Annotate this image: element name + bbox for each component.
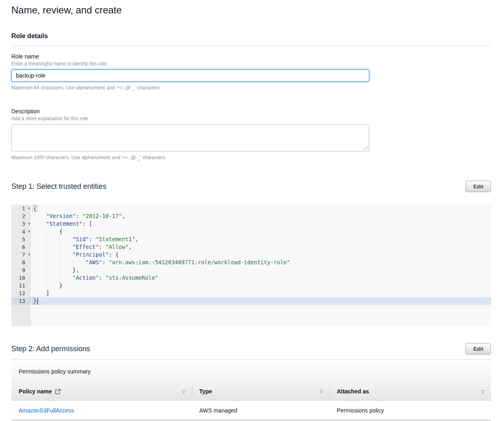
- role-details-divider: [11, 46, 491, 46]
- code-line-text: "AWS": "arn:aws:iam::541263489771:role/w…: [31, 259, 491, 266]
- description-textarea[interactable]: [11, 124, 369, 151]
- editor-line-9[interactable]: 9 },: [11, 266, 491, 274]
- description-label: Description: [11, 108, 491, 114]
- policy-name-link[interactable]: AmazonS3FullAccess: [19, 407, 74, 414]
- line-number[interactable]: 13: [11, 297, 31, 305]
- code-line-text: }: [31, 282, 491, 289]
- editor-line-11[interactable]: 11 }: [11, 282, 491, 289]
- step2-divider: [11, 359, 491, 360]
- editor-line-5[interactable]: 5 "Sid": "Statement1",: [11, 235, 491, 243]
- line-number[interactable]: 5: [11, 235, 31, 243]
- line-number[interactable]: 7▾: [11, 251, 31, 259]
- code-line-text: },: [31, 266, 491, 274]
- editor-line-3[interactable]: 3▾ "Statement": [: [11, 220, 491, 228]
- role-name-constraint: Maximum 64 characters. Use alphanumeric …: [11, 85, 491, 91]
- fold-arrow-icon[interactable]: ▾: [28, 228, 30, 235]
- editor-line-13[interactable]: 13}: [11, 297, 491, 305]
- permissions-panel-title: Permissions policy summary: [19, 368, 90, 375]
- line-number[interactable]: 1▾: [11, 205, 31, 212]
- editor-line-2[interactable]: 2 "Version": "2012-10-17",: [11, 212, 491, 220]
- filter-caret-icon[interactable]: ▽: [182, 389, 185, 394]
- fold-arrow-icon[interactable]: ▾: [28, 220, 30, 228]
- line-number[interactable]: 3▾: [11, 220, 31, 228]
- role-details-heading: Role details: [11, 32, 491, 40]
- fold-arrow-icon[interactable]: ▾: [28, 251, 30, 259]
- role-name-hint: Enter a meaningful name to identify this…: [11, 61, 491, 67]
- code-line-text: "Version": "2012-10-17",: [31, 212, 491, 220]
- policy-name-cell: AmazonS3FullAccess: [11, 401, 192, 420]
- line-number[interactable]: 10: [11, 274, 31, 282]
- policy-type-cell: AWS managed: [192, 401, 330, 420]
- code-line-text: "Effect": "Allow",: [31, 243, 491, 251]
- column-header-attached-as[interactable]: Attached as▽: [330, 382, 491, 400]
- line-number[interactable]: 12: [11, 289, 31, 297]
- editor-line-8[interactable]: 8 "AWS": "arn:aws:iam::541263489771:role…: [11, 259, 491, 266]
- trust-policy-editor[interactable]: 1▾{2 "Version": "2012-10-17",3▾ "Stateme…: [11, 205, 491, 326]
- code-line-text: {: [31, 228, 491, 235]
- text-cursor: [37, 298, 38, 304]
- editor-line-4[interactable]: 4▾ {: [11, 228, 491, 235]
- fold-arrow-icon[interactable]: ▾: [28, 205, 30, 212]
- line-number[interactable]: 11: [11, 282, 31, 289]
- column-header-policy-name[interactable]: Policy name▽: [11, 382, 192, 400]
- role-name-label: Role name: [11, 53, 491, 60]
- page-title: Name, review, and create: [11, 0, 491, 16]
- column-header-label: Policy name: [19, 388, 52, 395]
- external-link-icon: [55, 389, 61, 395]
- column-header-label: Attached as: [337, 388, 369, 395]
- line-number[interactable]: 8: [11, 259, 31, 266]
- column-header-type[interactable]: Type▽: [192, 382, 330, 400]
- column-header-label: Type: [199, 388, 212, 395]
- editor-line-10[interactable]: 10 "Action": "sts:AssumeRole": [11, 274, 491, 282]
- step1-edit-button[interactable]: Edit: [465, 181, 491, 192]
- role-name-input[interactable]: [11, 69, 369, 82]
- line-number[interactable]: 4▾: [11, 228, 31, 235]
- description-hint: Add a short explanation for this role.: [11, 116, 491, 121]
- line-number[interactable]: 2: [11, 212, 31, 220]
- code-line-text: "Action": "sts:AssumeRole": [31, 274, 491, 282]
- filter-caret-icon[interactable]: ▽: [320, 389, 323, 394]
- code-line-text: ]: [31, 289, 491, 297]
- filter-caret-icon[interactable]: ▽: [481, 389, 485, 394]
- step2-edit-button[interactable]: Edit: [465, 343, 491, 354]
- editor-line-12[interactable]: 12 ]: [11, 289, 491, 297]
- editor-line-7[interactable]: 7▾ "Principal": {: [11, 251, 491, 259]
- line-number[interactable]: 6: [11, 243, 31, 251]
- code-line-text: "Principal": {: [31, 251, 491, 259]
- description-constraint: Maximum 1000 characters. Use alphanumeri…: [11, 155, 491, 160]
- step2-heading: Step 2: Add permissions: [11, 345, 90, 353]
- code-line-text: "Statement": [: [31, 220, 491, 228]
- policy-table-body: AmazonS3FullAccessAWS managedPermissions…: [11, 401, 491, 421]
- code-line-text: {: [31, 205, 491, 212]
- permissions-panel: Permissions policy summary Policy name▽T…: [11, 361, 491, 421]
- code-line-text: }: [31, 297, 491, 305]
- code-line-text: "Sid": "Statement1",: [31, 235, 491, 243]
- step1-heading: Step 1: Select trusted entities: [11, 182, 106, 191]
- resize-handle-icon[interactable]: [364, 146, 368, 150]
- editor-line-1[interactable]: 1▾{: [11, 205, 491, 212]
- line-number[interactable]: 9: [11, 266, 31, 274]
- permissions-panel-header: Permissions policy summary: [11, 361, 491, 382]
- policy-table-header: Policy name▽Type▽Attached as▽: [11, 382, 491, 401]
- attached-as-cell: Permissions policy: [330, 401, 491, 420]
- table-row: AmazonS3FullAccessAWS managedPermissions…: [11, 401, 491, 421]
- editor-line-6[interactable]: 6 "Effect": "Allow",: [11, 243, 491, 251]
